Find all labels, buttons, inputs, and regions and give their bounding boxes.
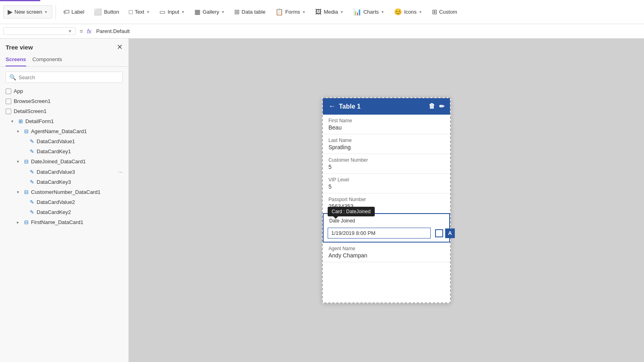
formula-bar: ▼ = fx xyxy=(0,24,644,39)
gallery-label: Gallery xyxy=(202,9,219,15)
date-a-badge: A xyxy=(445,228,455,238)
new-screen-icon: ▶ xyxy=(8,8,12,16)
edit-icon-dcv1: ✎ xyxy=(30,138,34,144)
label-button[interactable]: 🏷 Label xyxy=(59,6,89,18)
field-label-viplevel: VIP Level xyxy=(328,177,444,183)
gallery-icon: ▦ xyxy=(194,8,200,16)
field-value-viplevel: 5 xyxy=(328,183,444,190)
input-button[interactable]: ▭ Input ▼ xyxy=(155,6,189,18)
field-viplevel: VIP Level 5 xyxy=(323,174,450,193)
charts-icon: 📊 xyxy=(353,8,361,16)
delete-button[interactable]: 🗑 xyxy=(429,103,435,110)
charts-button[interactable]: 📊 Charts ▼ xyxy=(349,6,388,18)
form-icon-detail-form: ⊞ xyxy=(19,118,23,124)
tree-view-header: Tree view ✕ xyxy=(0,39,128,54)
phone-body: First Name Beau Last Name Spratling Cust… xyxy=(323,115,450,302)
tree-item-datacardvalue1[interactable]: ✎ DataCardValue1 xyxy=(0,136,128,146)
edit-icon-dck2: ✎ xyxy=(30,209,34,215)
tree-item-app[interactable]: App xyxy=(0,86,128,96)
main-layout: Tree view ✕ Screens Components 🔍 App Bro… xyxy=(0,39,644,362)
field-customernumber: Customer Number 5 xyxy=(323,154,450,174)
tree-item-detail-form[interactable]: ▾ ⊞ DetailForm1 xyxy=(0,116,128,126)
media-label: Media xyxy=(324,9,338,15)
text-icon: □ xyxy=(129,8,133,16)
tree-item-customernumber-card[interactable]: ▾ ⊟ CustomerNumber_DataCard1 xyxy=(0,187,128,197)
text-button[interactable]: □ Text ▼ xyxy=(125,6,154,18)
card-icon-datejoined: ⊟ xyxy=(24,158,29,165)
tree-item-customernumber-label: CustomerNumber_DataCard1 xyxy=(31,189,101,195)
card-icon-firstname: ⊟ xyxy=(24,219,29,225)
input-icon: ▭ xyxy=(159,8,165,16)
tree-item-firstname-card[interactable]: ▸ ⊟ FirstName_DataCard1 xyxy=(0,217,128,227)
tree-item-dck1-label: DataCardKey1 xyxy=(37,148,71,154)
field-value-lastname: Spratling xyxy=(328,144,444,150)
icons-chevron: ▼ xyxy=(419,10,422,14)
icons-icon: 😊 xyxy=(394,8,402,16)
tree-item-datacardvalue2[interactable]: ✎ DataCardValue2 xyxy=(0,197,128,207)
back-button[interactable]: ← xyxy=(328,102,336,111)
custom-label: Custom xyxy=(439,9,457,15)
tree-item-browse-screen[interactable]: BrowseScreen1 xyxy=(0,96,128,106)
custom-button[interactable]: ⊞ Custom xyxy=(428,6,461,18)
tab-screens[interactable]: Screens xyxy=(6,54,26,66)
tree-item-datacardkey3[interactable]: ✎ DataCardKey3 xyxy=(0,177,128,187)
gallery-button[interactable]: ▦ Gallery ▼ xyxy=(190,6,229,18)
tree-item-dcv1-label: DataCardValue1 xyxy=(37,138,75,144)
text-label: Text xyxy=(135,9,144,15)
tree-item-app-label: App xyxy=(14,88,23,94)
formula-dropdown[interactable]: ▼ xyxy=(3,27,76,35)
button-button[interactable]: ⬜ Button xyxy=(90,6,123,18)
canvas-bottom-space xyxy=(323,262,450,302)
field-label-firstname: First Name xyxy=(328,118,444,123)
checkbox-icon-app xyxy=(6,88,11,94)
field-datejoined: Card : DateJoined Date Joined A xyxy=(323,213,450,243)
progress-bar xyxy=(0,0,40,1)
tree-item-datejoined-card[interactable]: ▾ ⊟ DateJoined_DataCard1 xyxy=(0,156,128,167)
field-value-agentname: Andy Champan xyxy=(328,252,444,259)
custom-icon: ⊞ xyxy=(432,8,437,16)
tab-components[interactable]: Components xyxy=(33,54,62,66)
charts-chevron: ▼ xyxy=(381,10,384,14)
label-icon: 🏷 xyxy=(63,8,70,16)
tree-item-firstname-label: FirstName_DataCard1 xyxy=(31,219,83,225)
media-button[interactable]: 🖼 Media ▼ xyxy=(311,6,347,18)
data-table-button[interactable]: ⊞ Data table xyxy=(230,6,269,18)
edit-button[interactable]: ✏ xyxy=(439,103,444,110)
forms-icon: 📋 xyxy=(275,8,283,16)
search-input[interactable] xyxy=(19,74,119,80)
field-label-passport: Passport Number xyxy=(328,197,444,202)
edit-icon-dck1: ✎ xyxy=(30,148,34,154)
card-icon-customernumber: ⊟ xyxy=(24,189,29,195)
close-button[interactable]: ✕ xyxy=(117,43,123,51)
new-screen-button[interactable]: ▶ New screen ▼ xyxy=(3,5,52,19)
tree-item-datejoined-label: DateJoined_DataCard1 xyxy=(31,158,86,165)
field-label-customernumber: Customer Number xyxy=(328,157,444,163)
tree-item-agentname-card[interactable]: ▾ ⊟ AgentName_DataCard1 xyxy=(0,126,128,136)
field-lastname: Last Name Spratling xyxy=(323,134,450,154)
chevron-icon-firstname: ▸ xyxy=(17,220,22,224)
input-label: Input xyxy=(167,9,179,15)
tree-item-datacardkey1[interactable]: ✎ DataCardKey1 xyxy=(0,146,128,156)
equals-sign: = xyxy=(78,28,85,35)
tree-item-datacardvalue3[interactable]: ✎ DataCardValue3 ··· xyxy=(0,167,128,177)
dots-menu-dcv3[interactable]: ··· xyxy=(118,169,123,175)
field-value-firstname: Beau xyxy=(328,124,444,131)
chevron-icon-detail-form: ▾ xyxy=(11,119,16,123)
button-label: Button xyxy=(104,9,119,15)
formula-input[interactable] xyxy=(94,27,641,35)
tree-item-browse-label: BrowseScreen1 xyxy=(14,98,51,104)
icons-button[interactable]: 😊 Icons ▼ xyxy=(390,6,426,18)
tree-item-detail-screen[interactable]: DetailScreen1 xyxy=(0,106,128,116)
media-chevron: ▼ xyxy=(340,10,344,14)
fx-icon: fx xyxy=(87,28,91,35)
text-chevron: ▼ xyxy=(146,10,150,14)
media-icon: 🖼 xyxy=(315,8,322,16)
date-input[interactable] xyxy=(328,228,431,239)
checkbox-icon-browse xyxy=(6,99,11,104)
phone-title: Table 1 xyxy=(339,103,425,110)
tree-item-datacardkey2[interactable]: ✎ DataCardKey2 xyxy=(0,207,128,217)
forms-button[interactable]: 📋 Forms ▼ xyxy=(271,6,310,18)
field-value-customernumber: 5 xyxy=(328,164,444,170)
formula-dropdown-chevron: ▼ xyxy=(68,29,72,33)
data-table-label: Data table xyxy=(242,9,265,15)
